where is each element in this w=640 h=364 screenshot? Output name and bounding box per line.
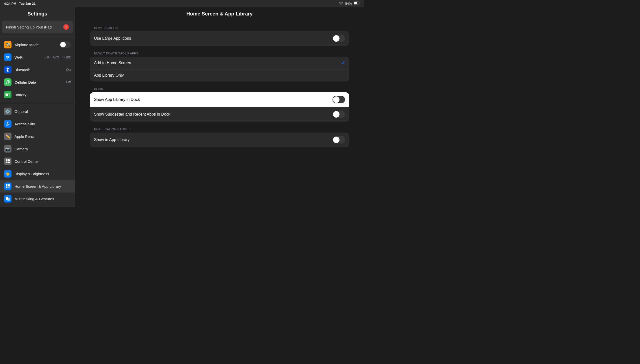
sidebar-item-display[interactable]: ☀️ Display & Brightness [0, 168, 75, 180]
svg-rect-10 [6, 162, 8, 163]
sidebar-item-airplane-mode[interactable]: ✈️ Airplane Mode [0, 38, 75, 51]
svg-rect-17 [7, 198, 10, 201]
battery-percentage: 54% [345, 2, 352, 6]
airplane-mode-label: Airplane Mode [15, 43, 57, 47]
sidebar-item-accessibility[interactable]: Accessibility [0, 118, 75, 130]
wifi-value: iGB_Airtel_5Ghz [45, 55, 71, 59]
sidebar-divider-2 [0, 103, 75, 103]
section-label-newly-downloaded: NEWLY DOWNLOADED APPS [90, 48, 349, 57]
show-in-app-library-label: Show in App Library [94, 138, 129, 142]
sidebar-item-camera[interactable]: 📷 Camera [0, 142, 75, 155]
battery-label: Battery [15, 92, 71, 97]
camera-label: Camera [15, 147, 71, 151]
wifi-icon [339, 2, 343, 6]
settings-group-notification-badges: Show in App Library [90, 132, 349, 147]
bluetooth-icon [4, 66, 12, 74]
accessibility-icon [4, 120, 12, 128]
section-label-dock: DOCK [90, 84, 349, 92]
row-show-suggested-dock[interactable]: Show Suggested and Recent Apps in Dock [90, 107, 349, 122]
section-label-notification-badges: NOTIFICATION BADGES [90, 124, 349, 132]
multitasking-icon [4, 195, 12, 202]
row-app-library-only[interactable]: App Library Only [90, 70, 349, 82]
general-icon: ⚙️ [4, 108, 12, 115]
battery-icon [354, 2, 360, 6]
svg-point-7 [7, 122, 8, 123]
sidebar-item-apple-pencil[interactable]: ✏️ Apple Pencil [0, 130, 75, 142]
cellular-icon [4, 78, 12, 86]
sidebar: Settings Finish Setting Up Your iPad 1 ✈… [0, 7, 75, 207]
sidebar-item-cellular[interactable]: Cellular Data Off [0, 76, 75, 88]
status-indicators: 54% [339, 2, 360, 6]
finish-setup-badge: 1 [63, 24, 69, 30]
status-bar: 4:24 PM Tue Jan 21 54% [0, 0, 364, 7]
control-center-label: Control Center [15, 159, 71, 164]
wifi-label: Wi-Fi [15, 55, 42, 60]
status-time-date: 4:24 PM Tue Jan 21 [4, 2, 36, 6]
app-library-only-label: App Library Only [94, 73, 124, 78]
camera-icon: 📷 [4, 145, 12, 152]
bluetooth-value: On [66, 68, 71, 72]
svg-rect-9 [8, 159, 10, 161]
svg-rect-1 [354, 2, 357, 4]
svg-rect-15 [8, 186, 10, 188]
add-to-home-label: Add to Home Screen [94, 61, 131, 65]
svg-point-4 [8, 82, 8, 83]
finish-setup-banner[interactable]: Finish Setting Up Your iPad 1 [2, 21, 73, 33]
main-content: Home Screen & App Library HOME SCREEN Us… [75, 7, 364, 207]
svg-rect-13 [8, 184, 10, 186]
section-label-home-screen: HOME SCREEN [90, 22, 349, 31]
accessibility-label: Accessibility [15, 122, 71, 126]
airplane-mode-toggle[interactable] [60, 42, 71, 48]
bluetooth-label: Bluetooth [15, 68, 63, 72]
large-app-icons-toggle[interactable] [332, 35, 345, 42]
row-add-to-home[interactable]: Add to Home Screen ✓ [90, 57, 349, 70]
home-screen-label: Home Screen & App Library [15, 184, 71, 188]
show-suggested-dock-toggle[interactable] [332, 110, 345, 118]
cellular-label: Cellular Data [15, 80, 63, 84]
settings-group-newly-downloaded: Add to Home Screen ✓ App Library Only [90, 57, 349, 82]
svg-rect-8 [6, 159, 8, 161]
show-suggested-dock-label: Show Suggested and Recent Apps in Dock [94, 112, 170, 116]
battery-settings-icon [4, 91, 12, 98]
svg-rect-12 [6, 184, 8, 186]
status-date: Tue Jan 21 [19, 2, 36, 6]
app-container: Settings Finish Setting Up Your iPad 1 ✈… [0, 7, 364, 207]
sidebar-title: Settings [0, 7, 75, 20]
sidebar-item-bluetooth[interactable]: Bluetooth On [0, 64, 75, 76]
sidebar-item-wifi[interactable]: Wi-Fi iGB_Airtel_5Ghz [0, 51, 75, 64]
svg-rect-14 [6, 186, 8, 188]
sidebar-item-battery[interactable]: Battery [0, 88, 75, 101]
status-time: 4:24 PM [4, 2, 16, 6]
multitasking-label: Multitasking & Gestures [15, 197, 71, 201]
show-app-library-dock-label: Show App Library in Dock [94, 97, 140, 102]
show-app-library-dock-toggle[interactable] [332, 96, 345, 103]
svg-rect-11 [8, 162, 10, 163]
general-label: General [15, 109, 71, 114]
large-app-icons-label: Use Large App Icons [94, 36, 131, 41]
apple-pencil-icon: ✏️ [4, 132, 12, 140]
add-to-home-check: ✓ [341, 60, 345, 66]
apple-pencil-label: Apple Pencil [15, 134, 71, 138]
show-in-app-library-toggle[interactable] [332, 136, 345, 144]
row-show-in-app-library[interactable]: Show in App Library [90, 132, 349, 147]
finish-setup-label: Finish Setting Up Your iPad [6, 25, 52, 29]
settings-group-home-screen: Use Large App Icons [90, 31, 349, 46]
sidebar-item-multitasking[interactable]: Multitasking & Gestures [0, 192, 75, 205]
row-show-app-library-dock[interactable]: Show App Library in Dock [90, 92, 349, 107]
content-area: HOME SCREEN Use Large App Icons NEWLY DO… [75, 20, 364, 207]
settings-group-dock: Show App Library in Dock Show Suggested … [90, 92, 349, 122]
sidebar-item-general[interactable]: ⚙️ General [0, 105, 75, 118]
row-large-app-icons[interactable]: Use Large App Icons [90, 31, 349, 46]
wifi-settings-icon [4, 54, 12, 61]
control-center-icon [4, 158, 12, 165]
home-screen-icon [4, 182, 12, 190]
display-label: Display & Brightness [15, 172, 71, 176]
cellular-value: Off [66, 80, 71, 84]
svg-rect-6 [6, 94, 8, 96]
sidebar-divider-1 [0, 36, 75, 36]
sidebar-item-home-screen[interactable]: Home Screen & App Library [0, 180, 75, 192]
sidebar-item-control-center[interactable]: Control Center [0, 155, 75, 168]
main-title: Home Screen & App Library [75, 7, 364, 20]
airplane-mode-icon: ✈️ [4, 41, 12, 48]
display-icon: ☀️ [4, 170, 12, 178]
